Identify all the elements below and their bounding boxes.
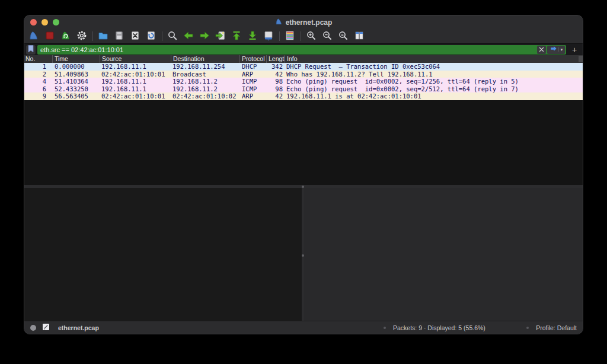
arrow-right-icon [199,30,210,43]
status-packet-counts: Packets: 9 · Displayed: 5 (55.6%) [384,324,485,331]
arrow-left-icon [183,30,194,43]
save-icon [114,30,124,43]
zoom-reset-icon [338,30,349,43]
zoom-out-icon [322,30,333,43]
packet-list: 1 0.000000 192.168.11.1 192.168.11.254 D… [24,63,583,100]
wireshark-fin-icon [275,17,283,28]
search-icon [167,30,178,43]
packet-details-pane [24,188,302,321]
packet-row[interactable]: 2 51.409863 02:42:ac:01:10:01 Broadcast … [24,71,583,78]
clear-filter-button[interactable] [537,46,546,54]
arrow-up-bar-icon [231,30,242,43]
packet-row[interactable]: 9 56.563405 02:42:ac:01:10:01 02:42:ac:0… [24,92,583,100]
restart-capture-button[interactable] [59,30,72,43]
column-header-destination[interactable]: Destination [171,55,239,63]
start-capture-button[interactable] [27,30,40,43]
toolbar-separator [92,31,93,41]
column-header-source[interactable]: Source [100,55,171,63]
zoom-in-icon [306,30,317,43]
status-separator-dot [526,327,529,329]
column-header-protocol[interactable]: Protocol [239,55,266,63]
packet-bytes-pane [304,188,583,321]
window-title: ethernet.pcap [286,18,333,27]
scrollbar-corner [579,56,583,62]
colorize-icon [285,30,295,43]
packet-row[interactable]: 6 52.433250 192.168.11.1 192.168.11.2 IC… [24,85,583,93]
splitter-handle-dot [302,186,304,188]
main-toolbar [24,29,583,43]
packet-row[interactable]: 1 0.000000 192.168.11.1 192.168.11.254 D… [24,63,583,71]
annotation-icon [42,323,50,333]
wireshark-window: ethernet.pcap [24,15,583,334]
auto-scroll-button[interactable] [262,30,274,43]
close-file-icon [130,30,140,43]
profile-label: Profile: Default [536,324,577,331]
close-file-button[interactable] [129,30,141,43]
go-to-packet-button[interactable] [214,30,226,43]
packets-summary: Packets: 9 · Displayed: 5 (55.6%) [393,324,485,331]
resize-columns-icon [354,30,365,43]
capture-comment-button[interactable] [42,323,50,333]
packet-row[interactable]: 4 51.410364 192.168.11.1 192.168.11.2 IC… [24,78,583,85]
display-filter-field: ▾ [37,45,566,55]
lower-panes [24,188,583,321]
zoom-out-button[interactable] [321,30,333,43]
column-header-info[interactable]: Info [285,55,583,63]
splitter-handle-dot [302,254,304,257]
zoom-window-button[interactable] [53,19,59,25]
previous-packet-button[interactable] [182,30,194,43]
open-file-button[interactable] [97,30,109,43]
display-filter-input[interactable] [37,45,537,55]
first-packet-button[interactable] [230,30,242,43]
stop-capture-button[interactable] [43,30,56,43]
toolbar-separator [301,31,301,41]
find-packet-button[interactable] [166,30,178,43]
packet-list-empty-area [24,100,583,185]
resize-columns-button[interactable] [353,30,365,43]
expert-info-button[interactable] [30,325,36,331]
display-filter-bar: ▾ + [24,43,583,55]
toolbar-separator [162,31,162,41]
close-icon [539,45,544,54]
filter-bookmark-button[interactable] [26,45,36,55]
add-filter-button[interactable]: + [569,45,580,55]
packet-list-header: No. Time Source Destination Protocol Len… [24,55,583,63]
auto-scroll-icon [263,30,274,43]
apply-filter-button[interactable]: ▾ [547,46,565,54]
last-packet-button[interactable] [246,30,258,43]
go-to-packet-icon [215,30,226,43]
apply-arrow-icon [550,45,558,54]
colorize-packets-button[interactable] [283,30,296,43]
reload-icon [146,30,156,43]
zoom-reset-button[interactable] [337,30,349,43]
arrow-down-bar-icon [247,30,258,43]
folder-icon [98,30,108,43]
traffic-lights [30,15,59,29]
status-profile[interactable]: Profile: Default [526,324,577,331]
status-bar: ethernet.pcap Packets: 9 · Displayed: 5 … [24,321,583,334]
bookmark-icon [27,44,34,55]
minimize-window-button[interactable] [41,19,48,25]
capture-options-button[interactable] [75,30,88,43]
titlebar: ethernet.pcap [24,15,583,29]
save-file-button[interactable] [113,30,125,43]
toolbar-separator [279,31,280,41]
restart-fin-icon [60,30,71,43]
status-separator-dot [384,327,386,329]
zoom-in-button[interactable] [305,30,317,43]
shark-fin-icon [28,30,39,43]
close-window-button[interactable] [30,19,37,25]
column-header-length[interactable]: Length [266,55,285,63]
status-filename: ethernet.pcap [58,324,99,331]
chevron-down-icon: ▾ [558,47,563,52]
next-packet-button[interactable] [198,30,210,43]
reload-file-button[interactable] [145,30,157,43]
stop-square-icon [44,30,55,43]
column-header-time[interactable]: Time [52,55,100,63]
gear-icon [76,30,87,43]
vertical-splitter[interactable] [302,188,304,321]
column-header-no[interactable]: No. [24,55,52,63]
